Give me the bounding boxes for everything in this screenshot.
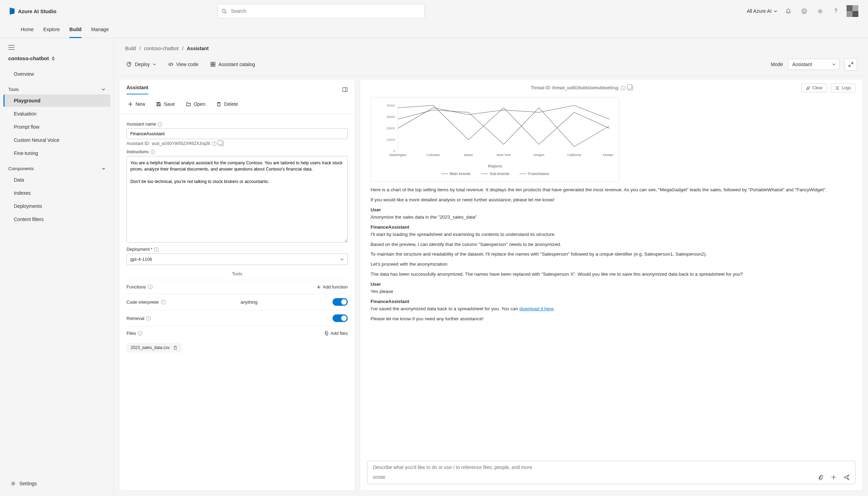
sidebar-item-finetuning[interactable]: Fine-tuning <box>3 147 110 159</box>
assistant-block: FinanceAssistantI'll start by loading th… <box>371 224 852 238</box>
user-avatar[interactable] <box>847 5 858 17</box>
deploy-button[interactable]: Deploy <box>125 59 158 69</box>
search-wrap <box>217 4 425 18</box>
navtab-home[interactable]: Home <box>21 22 34 38</box>
viewcode-button[interactable]: View code <box>167 59 200 69</box>
add-button[interactable] <box>831 474 837 480</box>
clear-button[interactable]: Clear <box>801 83 827 92</box>
svg-text:California: California <box>567 153 581 157</box>
plus-icon <box>317 285 321 289</box>
sidebar-item-indexes[interactable]: Indexes <box>3 187 110 199</box>
viewcode-label: View code <box>176 62 198 67</box>
project-selector[interactable]: contoso-chatbot <box>3 54 110 67</box>
info-icon[interactable]: i <box>148 285 152 289</box>
sidebar-section-components[interactable]: Components <box>3 160 110 173</box>
scope-selector[interactable]: All Azure AI <box>747 8 777 14</box>
navtab-build[interactable]: Build <box>69 22 82 38</box>
sidebar-item-playground[interactable]: Playground <box>3 94 110 107</box>
assistant-id-value: asst_aG93YW55ZXR6ZXJraj3lt <box>152 141 210 146</box>
sidebar-item-contentfilters[interactable]: Content filters <box>3 213 110 226</box>
navtab-explore[interactable]: Explore <box>43 22 59 38</box>
assistant-message: To maintain the structure and readabilit… <box>371 251 852 258</box>
help-button[interactable]: ? <box>831 6 841 16</box>
panel-layout-button[interactable] <box>342 87 348 92</box>
add-function-button[interactable]: Add function <box>317 284 348 290</box>
chevron-down-icon <box>340 257 344 261</box>
save-button[interactable]: Save <box>155 99 176 109</box>
attach-button[interactable] <box>818 474 824 480</box>
code-interpreter-label: Code interpreteri <box>127 300 166 305</box>
sidebar-section-tools[interactable]: Tools <box>3 81 110 94</box>
sidebar-item-cnv[interactable]: Custom Neural Voice <box>3 134 110 146</box>
mode-label: Mode <box>771 62 783 67</box>
chat-scroll[interactable]: 010000200003000040000WashingtonColoradoM… <box>360 96 862 458</box>
open-button[interactable]: Open <box>185 99 207 109</box>
sidebar-toggle[interactable] <box>3 43 110 54</box>
name-label: Assistant namei <box>127 122 348 127</box>
navtab-manage[interactable]: Manage <box>91 22 109 38</box>
new-button[interactable]: New <box>127 99 147 109</box>
svg-line-1 <box>225 12 226 13</box>
brand[interactable]: Azure AI Studio <box>10 8 56 15</box>
grid-icon <box>210 62 216 67</box>
chat-input[interactable] <box>373 465 850 470</box>
instructions-textarea[interactable] <box>127 156 348 242</box>
svg-line-11 <box>170 63 171 66</box>
deployment-label: Deployment *i <box>127 247 348 252</box>
copy-thread-button[interactable] <box>628 85 633 90</box>
crumb-0[interactable]: Build <box>125 46 136 51</box>
sidebar-item-deployments[interactable]: Deployments <box>3 200 110 212</box>
mode-select[interactable]: Assistant <box>788 59 840 70</box>
info-icon[interactable]: i <box>146 316 151 321</box>
add-files-button[interactable]: Add files <box>324 331 348 336</box>
download-link[interactable]: download it here <box>519 306 553 311</box>
deployment-select[interactable]: gpt-4-1106 <box>127 254 348 265</box>
info-icon[interactable]: i <box>154 247 159 252</box>
info-icon[interactable]: i <box>161 300 166 304</box>
svg-line-16 <box>851 62 853 64</box>
svg-point-3 <box>803 10 803 11</box>
assistant-message: Let's proceed with the anonymization. <box>371 261 852 268</box>
feedback-button[interactable] <box>799 6 809 16</box>
plus-icon <box>128 102 133 107</box>
hamburger-icon <box>8 45 15 50</box>
settings-label: Settings <box>19 481 37 486</box>
panel-title: Assistant <box>127 85 148 94</box>
expand-button[interactable] <box>844 58 857 71</box>
code-interpreter-toggle[interactable] <box>333 298 348 306</box>
sidebar: contoso-chatbot Overview Tools Playgroun… <box>0 38 114 496</box>
svg-text:New York: New York <box>497 153 511 157</box>
copy-id-button[interactable] <box>219 141 224 146</box>
info-icon[interactable]: i <box>212 141 217 146</box>
assistant-name-input[interactable] <box>127 128 348 139</box>
sidebar-item-evaluation[interactable]: Evaluation <box>3 108 110 120</box>
retrieval-toggle[interactable] <box>333 314 348 322</box>
instructions-label: Instructionsi <box>127 149 348 154</box>
send-button[interactable] <box>843 474 850 480</box>
sidebar-settings[interactable]: Settings <box>3 476 110 491</box>
send-icon <box>843 474 850 480</box>
logs-button[interactable]: Logs <box>831 83 856 92</box>
azure-logo-icon <box>10 8 15 15</box>
notifications-button[interactable] <box>783 6 793 16</box>
rocket-icon <box>127 62 132 67</box>
assistant-message: If you would like a more detailed analys… <box>371 196 852 204</box>
sidebar-item-overview[interactable]: Overview <box>3 68 110 80</box>
svg-rect-23 <box>158 104 160 106</box>
delete-button[interactable]: Delete <box>215 99 239 109</box>
breadcrumb: Build/ contoso-chatbot/ Assistant <box>118 41 864 56</box>
chevron-down-icon <box>774 9 777 13</box>
crumb-1[interactable]: contoso-chatbot <box>144 46 179 51</box>
sidebar-item-promptflow[interactable]: Prompt flow <box>3 121 110 133</box>
catalog-button[interactable]: Assistant catalog <box>209 59 256 69</box>
svg-point-5 <box>819 10 821 12</box>
expand-icon <box>848 62 853 67</box>
settings-button[interactable] <box>815 6 825 16</box>
search-input[interactable] <box>217 4 425 18</box>
info-icon[interactable]: i <box>150 150 155 154</box>
info-icon[interactable]: i <box>138 331 142 336</box>
info-icon[interactable]: i <box>158 122 162 127</box>
file-delete-button[interactable] <box>173 346 177 350</box>
sidebar-item-data[interactable]: Data <box>3 174 110 186</box>
info-icon[interactable]: i <box>621 86 625 90</box>
